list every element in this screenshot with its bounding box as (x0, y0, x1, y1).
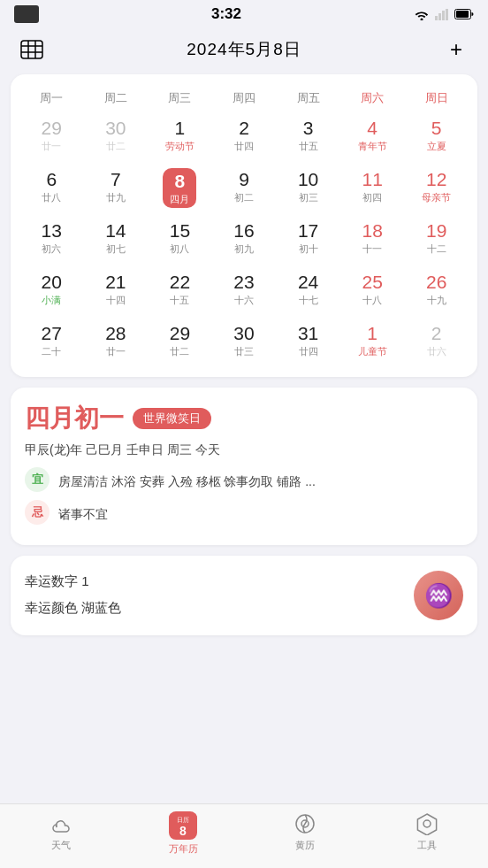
calendar-grid: 29廿一30廿二1劳动节2廿四3廿五4青年节5立夏6廿八7廿九8四月9初二10初… (19, 113, 469, 368)
calendar-day-1[interactable]: 1劳动节 (148, 113, 212, 163)
aquarius-icon: ♒ (414, 571, 463, 620)
calendar-day-23[interactable]: 23十六 (212, 267, 277, 317)
svg-rect-1 (438, 13, 441, 20)
calendar-day-8[interactable]: 8四月 (148, 165, 212, 214)
nav-almanac-label: 黄历 (295, 839, 315, 852)
svg-rect-2 (442, 11, 445, 20)
weekday-sun: 周日 (404, 87, 469, 110)
calendar-day-19[interactable]: 19十二 (404, 216, 469, 265)
bottom-nav: 天气 日历 8 万年历 黄历 工具 (0, 803, 488, 868)
yi-row: 宜 房屋清洁 沐浴 安葬 入殓 移柩 馀事勿取 铺路 ... (25, 467, 463, 493)
nav-tools[interactable]: 工具 (396, 811, 458, 856)
yi-badge: 宜 (25, 467, 50, 492)
calendar-day-31[interactable]: 31廿四 (276, 319, 340, 368)
festival-badge: 世界微笑日 (133, 408, 211, 429)
calendar-day-9[interactable]: 9初二 (212, 165, 277, 214)
current-date-title: 2024年5月8日 (187, 38, 301, 61)
weather-icon (49, 811, 73, 836)
battery-icon (454, 9, 474, 19)
calendar-day-14[interactable]: 14初七 (84, 216, 149, 265)
status-left-indicator (14, 5, 39, 23)
lunar-title-row: 四月初一 世界微笑日 (25, 402, 463, 435)
calendar-day-29[interactable]: 29廿一 (19, 113, 84, 163)
calendar-day-2[interactable]: 2廿六 (404, 319, 469, 368)
calendar-day-26[interactable]: 26十九 (404, 267, 469, 317)
svg-point-14 (423, 820, 431, 827)
calendar-day-17[interactable]: 17初十 (276, 216, 340, 265)
nav-weather[interactable]: 天气 (30, 811, 92, 856)
calendar-day-25[interactable]: 25十八 (340, 267, 405, 317)
nav-weather-label: 天气 (51, 839, 71, 852)
nav-tools-label: 工具 (417, 839, 437, 852)
ji-text: 诸事不宜 (58, 500, 108, 526)
status-icons (414, 9, 474, 20)
calendar-day-1[interactable]: 1儿童节 (340, 319, 405, 368)
nav-almanac[interactable]: 黄历 (274, 811, 336, 856)
weekday-mon: 周一 (19, 87, 84, 110)
signal-icon (435, 9, 449, 20)
calendar-day-13[interactable]: 13初六 (19, 216, 84, 265)
status-time: 3:32 (211, 5, 241, 23)
svg-rect-3 (446, 9, 448, 20)
tools-icon (415, 811, 439, 836)
calendar-day-6[interactable]: 6廿八 (19, 165, 84, 214)
weekday-thu: 周四 (212, 87, 277, 110)
calendar-day-29[interactable]: 29廿二 (148, 319, 212, 368)
calendar-day-2[interactable]: 2廿四 (212, 113, 277, 163)
weekday-fri: 周五 (276, 87, 340, 110)
weekday-tue: 周二 (84, 87, 149, 110)
nav-calendar-label: 万年历 (169, 842, 198, 856)
calendar-day-22[interactable]: 22十五 (148, 267, 212, 317)
lucky-card: 幸运数字 1 幸运颜色 湖蓝色 ♒ (11, 556, 477, 635)
calendar-day-10[interactable]: 10初三 (276, 165, 340, 214)
calendar-day-15[interactable]: 15初八 (148, 216, 212, 265)
calendar-day-5[interactable]: 5立夏 (404, 113, 469, 163)
svg-rect-0 (435, 16, 438, 20)
calendar-day-11[interactable]: 11初四 (340, 165, 405, 214)
calendar-day-21[interactable]: 21十四 (84, 267, 149, 317)
info-card: 四月初一 世界微笑日 甲辰(龙)年 己巳月 壬申日 周三 今天 宜 房屋清洁 沐… (11, 388, 477, 545)
ji-badge: 忌 (25, 500, 50, 525)
top-header: 2024年5月8日 + (0, 27, 488, 74)
svg-rect-5 (456, 11, 469, 18)
week-header: 周一 周二 周三 周四 周五 周六 周日 (19, 87, 469, 110)
calendar-grid-button[interactable] (16, 34, 48, 65)
wifi-icon (414, 9, 430, 20)
almanac-icon (293, 811, 317, 836)
ji-row: 忌 诸事不宜 (25, 500, 463, 526)
svg-rect-6 (21, 41, 42, 58)
calendar-day-28[interactable]: 28廿一 (84, 319, 149, 368)
calendar-day-16[interactable]: 16初九 (212, 216, 277, 265)
calendar-day-4[interactable]: 4青年节 (340, 113, 405, 163)
status-bar: 3:32 (0, 0, 488, 27)
weekday-wed: 周三 (148, 87, 212, 110)
lucky-number-row: 幸运数字 1 (25, 568, 463, 595)
calendar-day-3[interactable]: 3廿五 (276, 113, 340, 163)
calendar-day-24[interactable]: 24十七 (276, 267, 340, 317)
calendar-day-7[interactable]: 7廿九 (84, 165, 149, 214)
lucky-color-row: 幸运颜色 湖蓝色 (25, 595, 463, 621)
add-event-button[interactable]: + (440, 34, 472, 65)
calendar-day-12[interactable]: 12母亲节 (404, 165, 469, 214)
weekday-sat: 周六 (340, 87, 405, 110)
calendar-day-27[interactable]: 27二十 (19, 319, 84, 368)
calendar-day-20[interactable]: 20小满 (19, 267, 84, 317)
lunar-date: 四月初一 (25, 402, 124, 435)
calendar-card: 周一 周二 周三 周四 周五 周六 周日 29廿一30廿二1劳动节2廿四3廿五4… (11, 74, 477, 377)
yi-text: 房屋清洁 沐浴 安葬 入殓 移柩 馀事勿取 铺路 ... (58, 467, 316, 493)
svg-marker-13 (417, 814, 436, 835)
ganzhi-line: 甲辰(龙)年 己巳月 壬申日 周三 今天 (25, 442, 463, 458)
calendar-day-30[interactable]: 30廿二 (84, 113, 149, 163)
calendar-day-30[interactable]: 30廿三 (212, 319, 277, 368)
calendar-day-18[interactable]: 18十一 (340, 216, 405, 265)
nav-calendar-icon: 日历 8 (169, 811, 197, 840)
nav-calendar[interactable]: 日历 8 万年历 (152, 811, 214, 856)
